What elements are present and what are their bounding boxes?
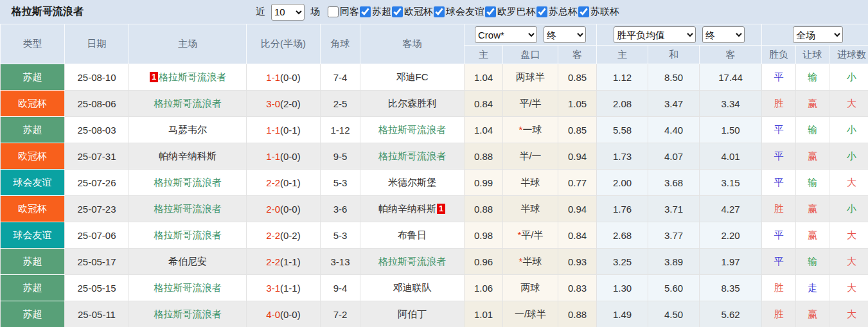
away-odds-cell: 0.77 xyxy=(558,170,597,196)
topbar: 格拉斯哥流浪者 近 10 场 同客 苏超 欧冠杯 球会友谊 欧罗巴杯 苏总杯 苏… xyxy=(0,0,868,24)
match-scope-select[interactable]: 全场 xyxy=(793,26,843,43)
league-type-cell: 苏超 xyxy=(1,117,65,143)
match-history-table: 类型 日期 主场 比分(半场) 角球 客场 Crow* 终 胜 xyxy=(0,24,868,327)
away-team-name[interactable]: 帕纳辛纳科斯 xyxy=(378,203,436,214)
corner-cell: 7-2 xyxy=(321,301,360,327)
away-team-name[interactable]: 邓迪FC xyxy=(396,71,429,82)
half-time-score: (0-0) xyxy=(280,309,301,320)
away-team-cell: 格拉斯哥流浪者 xyxy=(360,143,465,170)
away-team-name[interactable]: 阿伯丁 xyxy=(398,308,427,319)
away-red-card-badge: 1 xyxy=(437,204,445,214)
home-team-name[interactable]: 帕纳辛纳科斯 xyxy=(159,150,217,161)
home-odds-cell: 1.04 xyxy=(465,64,503,91)
match-row: 球会友谊 25-07-06 格拉斯哥流浪者 2-2(0-2) 5-3 布鲁日 0… xyxy=(1,222,868,249)
handicap-value: 半球 xyxy=(521,177,540,188)
home-odds-cell: 1.01 xyxy=(465,301,503,327)
away-team-name[interactable]: 比尔森胜利 xyxy=(388,98,436,109)
home-team-name[interactable]: 格拉斯哥流浪者 xyxy=(154,98,222,109)
filter-item[interactable]: 苏超 xyxy=(360,6,391,18)
corner-cell: 9-5 xyxy=(321,143,360,170)
handicap-value: 半球 xyxy=(521,203,540,214)
avg-home-cell: 1.73 xyxy=(597,143,648,170)
half-time-score: (0-1) xyxy=(280,125,301,136)
avg-home-cell: 1.12 xyxy=(597,64,648,91)
avg-home-cell: 5.58 xyxy=(597,117,648,143)
match-row: 苏超 25-05-11 格拉斯哥流浪者 4-0(0-0) 7-2 阿伯丁 1.0… xyxy=(1,301,868,327)
filter-item[interactable]: 欧罗巴杯 xyxy=(485,6,536,18)
away-team-name[interactable]: 格拉斯哥流浪者 xyxy=(378,124,446,135)
home-team-name[interactable]: 格拉斯哥流浪者 xyxy=(154,177,222,188)
handicap-value: 一球 xyxy=(522,124,542,135)
home-team-name[interactable]: 格拉斯哥流浪者 xyxy=(154,229,222,240)
score-cell: 4-0(0-0) xyxy=(247,301,321,327)
handicap-cell: *半球 xyxy=(503,249,558,275)
handicap-result-cell: 赢 xyxy=(796,222,829,249)
goals-cell: 大 xyxy=(829,275,868,301)
topbar-controls: 近 10 场 同客 苏超 欧冠杯 球会友谊 欧罗巴杯 苏总杯 苏联杯 xyxy=(253,4,620,21)
goals-cell: 小 xyxy=(829,117,868,143)
home-team-name[interactable]: 马瑟韦尔 xyxy=(168,124,207,135)
away-odds-cell: 0.83 xyxy=(558,275,597,301)
filter-label: 苏超 xyxy=(372,6,391,18)
filter-item[interactable]: 球会友谊 xyxy=(434,6,484,18)
col-header-home: 主场 xyxy=(129,24,247,64)
away-team-name[interactable]: 格拉斯哥流浪者 xyxy=(378,256,446,267)
handicap-odds-group-header: Crow* 终 xyxy=(465,24,597,46)
score-cell: 1-1(0-0) xyxy=(247,143,321,170)
away-odds-cell: 0.84 xyxy=(558,222,597,249)
league-type-cell: 欧冠杯 xyxy=(1,143,65,170)
avg-final-select[interactable]: 终 xyxy=(702,26,745,43)
match-row: 苏超 25-05-15 格拉斯哥流浪者 3-1(1-1) 9-4 邓迪联队 1.… xyxy=(1,275,868,301)
col-header-away: 客场 xyxy=(360,24,465,64)
score-cell: 2-2(1-1) xyxy=(247,249,321,275)
avg-odds-select[interactable]: 胜平负均值 xyxy=(614,26,696,43)
avg-away-cell: 1.97 xyxy=(700,249,762,275)
away-team-name[interactable]: 邓迪联队 xyxy=(393,282,432,293)
avg-home-cell: 2.08 xyxy=(597,91,648,117)
odds-company-select[interactable]: Crow* xyxy=(475,26,537,43)
away-team-name[interactable]: 米德尔斯堡 xyxy=(388,177,436,188)
handicap-result-cell: 赢 xyxy=(796,301,829,327)
away-team-cell: 邓迪FC xyxy=(360,64,465,91)
away-team-name[interactable]: 布鲁日 xyxy=(398,229,427,240)
home-team-name[interactable]: 格拉斯哥流浪者 xyxy=(154,282,222,293)
match-row: 苏超 25-08-03 马瑟韦尔 1-1(0-1) 1-12 格拉斯哥流浪者 1… xyxy=(1,117,868,143)
filter-item[interactable]: 同客 xyxy=(328,6,359,18)
filter-checkbox[interactable] xyxy=(536,6,547,17)
filter-item[interactable]: 苏联杯 xyxy=(578,6,619,18)
avg-draw-cell: 8.50 xyxy=(648,64,700,91)
handicap-result-cell: 走 xyxy=(796,275,829,301)
result-cell: 平 xyxy=(762,143,796,170)
home-team-name[interactable]: 格拉斯哥流浪者 xyxy=(154,308,222,319)
avg-draw-cell: 3.77 xyxy=(648,222,700,249)
filter-checkbox[interactable] xyxy=(434,6,445,17)
match-rows: 苏超 25-08-10 1格拉斯哥流浪者 1-1(0-0) 7-4 邓迪FC 1… xyxy=(1,64,868,327)
recent-count-select[interactable]: 10 xyxy=(271,4,305,21)
home-team-name[interactable]: 希伯尼安 xyxy=(168,256,207,267)
home-odds-cell: 0.96 xyxy=(465,249,503,275)
filter-checkbox[interactable] xyxy=(328,6,339,17)
goals-cell: 小 xyxy=(829,196,868,222)
filter-item[interactable]: 欧冠杯 xyxy=(392,6,433,18)
col-header-date: 日期 xyxy=(65,24,129,64)
handicap-result-cell: 赢 xyxy=(796,143,829,170)
result-cell: 平 xyxy=(762,64,796,91)
filter-checkbox[interactable] xyxy=(392,6,403,17)
filter-checkbox[interactable] xyxy=(360,6,371,17)
filter-checkbox[interactable] xyxy=(485,6,496,17)
competition-filters: 同客 苏超 欧冠杯 球会友谊 欧罗巴杯 苏总杯 苏联杯 xyxy=(328,6,620,18)
filter-checkbox[interactable] xyxy=(578,6,589,17)
sub-header-odds-away: 客 xyxy=(558,46,597,64)
home-team-cell: 格拉斯哥流浪者 xyxy=(129,196,247,222)
handicap-value: 两球半 xyxy=(516,71,545,82)
home-team-cell: 格拉斯哥流浪者 xyxy=(129,275,247,301)
match-date: 25-08-10 xyxy=(65,64,129,91)
filter-item[interactable]: 苏总杯 xyxy=(536,6,578,18)
home-team-name[interactable]: 格拉斯哥流浪者 xyxy=(154,203,222,214)
handicap-final-select[interactable]: 终 xyxy=(544,26,586,43)
away-team-name[interactable]: 格拉斯哥流浪者 xyxy=(378,150,446,161)
result-cell: 平 xyxy=(762,222,796,249)
half-time-score: (0-0) xyxy=(280,151,301,162)
home-team-name[interactable]: 格拉斯哥流浪者 xyxy=(159,71,226,82)
score-cell: 1-1(0-1) xyxy=(247,117,321,143)
